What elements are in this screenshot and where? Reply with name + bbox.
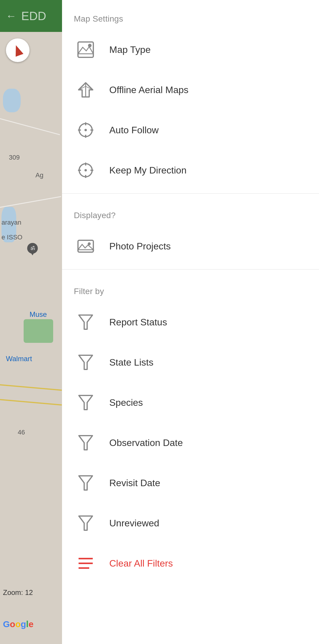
- filter-by-header: Filter by: [62, 272, 319, 302]
- svg-marker-4: [78, 47, 93, 54]
- section-divider-2: [62, 269, 319, 270]
- revisit-date-label: Revisit Date: [109, 478, 160, 489]
- offline-aerial-maps-item[interactable]: Offline Aerial Maps: [62, 70, 319, 110]
- map-green-area: [24, 319, 53, 343]
- unreviewed-item[interactable]: Unreviewed: [62, 503, 319, 543]
- filter-icon: [74, 351, 97, 374]
- revisit-date-item[interactable]: Revisit Date: [62, 463, 319, 503]
- svg-marker-24: [79, 395, 92, 410]
- auto-follow-item[interactable]: Auto Follow: [62, 110, 319, 150]
- filter-icon: [74, 391, 97, 414]
- observation-date-item[interactable]: Observation Date: [62, 423, 319, 463]
- svg-point-8: [84, 129, 87, 131]
- map-header: ← EDD: [0, 0, 62, 32]
- map-water-feature: [3, 89, 21, 112]
- photo-projects-label: Photo Projects: [109, 241, 171, 252]
- keep-my-direction-item[interactable]: Keep My Direction: [62, 150, 319, 190]
- keep-direction-label: Keep My Direction: [109, 165, 186, 176]
- map-type-icon: [74, 38, 97, 61]
- keep-direction-icon: [74, 158, 97, 182]
- map-type-label: Map Type: [109, 44, 151, 55]
- offline-maps-icon: [74, 78, 97, 102]
- svg-marker-26: [79, 476, 92, 490]
- species-item[interactable]: Species: [62, 382, 319, 423]
- filter-icon: [74, 310, 97, 334]
- svg-text:ॐ: ॐ: [30, 245, 35, 251]
- svg-marker-27: [79, 516, 92, 530]
- state-lists-item[interactable]: State Lists: [62, 342, 319, 382]
- photo-projects-item[interactable]: Photo Projects: [62, 226, 319, 266]
- header-title: EDD: [21, 9, 46, 23]
- svg-marker-23: [79, 355, 92, 369]
- displayed-header: Displayed?: [62, 197, 319, 226]
- map-label: e ISSO: [1, 233, 22, 241]
- location-pin: ॐ: [27, 242, 38, 258]
- offline-aerial-maps-label: Offline Aerial Maps: [109, 85, 188, 95]
- settings-panel: Map Settings Map Type Offline Aerial Map…: [62, 0, 319, 644]
- compass-button[interactable]: [6, 38, 30, 62]
- map-label: Ag: [35, 171, 43, 179]
- clear-filters-icon: [74, 551, 97, 575]
- svg-marker-22: [79, 315, 92, 329]
- map-label: arayan: [1, 219, 21, 226]
- map-label: 309: [9, 154, 20, 161]
- filter-icon: [74, 511, 97, 535]
- back-icon[interactable]: ←: [6, 10, 17, 22]
- section-divider: [62, 193, 319, 194]
- svg-marker-20: [78, 244, 93, 250]
- clear-all-filters-item[interactable]: Clear All Filters: [62, 543, 319, 583]
- svg-point-14: [84, 169, 87, 171]
- auto-follow-label: Auto Follow: [109, 125, 159, 136]
- map-settings-header: Map Settings: [62, 0, 319, 30]
- google-logo: Google: [3, 619, 33, 629]
- map-label: Walmart: [6, 355, 32, 363]
- svg-point-21: [88, 242, 91, 245]
- state-lists-label: State Lists: [109, 357, 153, 368]
- clear-all-filters-label: Clear All Filters: [109, 558, 173, 569]
- report-status-label: Report Status: [109, 317, 167, 328]
- filter-icon: [74, 431, 97, 455]
- species-label: Species: [109, 397, 143, 408]
- svg-marker-25: [79, 436, 92, 450]
- compass-arrow-icon: [12, 44, 24, 56]
- filter-icon: [74, 471, 97, 495]
- map-label: 46: [18, 429, 25, 436]
- map-label: Muse: [30, 310, 47, 319]
- photo-projects-icon: [74, 234, 97, 258]
- report-status-item[interactable]: Report Status: [62, 302, 319, 342]
- map-type-item[interactable]: Map Type: [62, 30, 319, 70]
- observation-date-label: Observation Date: [109, 437, 183, 448]
- zoom-label: Zoom: 12: [3, 588, 33, 597]
- auto-follow-icon: [74, 118, 97, 142]
- svg-point-5: [88, 44, 92, 47]
- unreviewed-label: Unreviewed: [109, 518, 159, 529]
